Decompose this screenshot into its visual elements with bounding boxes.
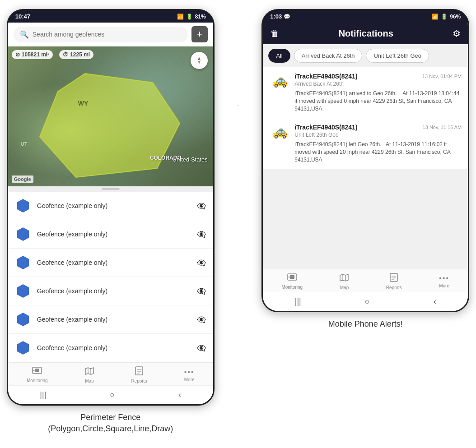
delete-icon[interactable]: 🗑 <box>270 28 279 39</box>
geofence-icon <box>15 283 31 299</box>
geofence-label: Geofence (example only) <box>37 287 191 295</box>
notif2-header: 🚕 iTrackEF4940S(8241) 13 Nov, 11:16 AM U… <box>269 124 462 139</box>
nav2-reports[interactable]: Reports <box>386 273 402 290</box>
search-container[interactable]: 🔍 <box>14 27 188 42</box>
map-compass-button[interactable] <box>191 52 208 69</box>
android2-recent-btn[interactable]: ||| <box>295 297 301 306</box>
notif1-device: iTrackEF4940S(8241) <box>294 73 357 80</box>
phone1-body: 🔍 + ⊘ 105821 mi² ⏱ <box>8 23 213 404</box>
visibility-icon[interactable]: 👁️‍🗨️ <box>197 344 206 352</box>
svg-marker-5 <box>17 256 29 269</box>
geofence-icon <box>15 312 31 327</box>
notif1-header: 🚕 iTrackEF4940S(8241) 13 Nov, 01:04 PM A… <box>269 73 462 88</box>
list-item[interactable]: Geofence (example only) 👁️‍🗨️ <box>8 220 213 249</box>
android-recent-btn[interactable]: ||| <box>40 390 46 400</box>
phone2-status-bar: 1:03 💬 📶 🔋 96% <box>263 10 468 23</box>
filter-tab-all[interactable]: All <box>268 49 290 63</box>
visibility-icon[interactable]: 👁️‍🗨️ <box>197 230 206 239</box>
list-item[interactable]: Geofence (example only) 👁️‍🗨️ <box>8 249 213 277</box>
phone2-android-nav: ||| ○ ‹ <box>263 292 468 311</box>
monitoring-icon <box>32 367 42 377</box>
svg-marker-2 <box>198 60 201 64</box>
nav-map-label: Map <box>85 379 93 383</box>
list-item[interactable]: Geofence (example only) 👁️‍🗨️ <box>8 192 213 220</box>
android2-back-btn[interactable]: ‹ <box>434 297 436 306</box>
phone1-status-bar: 10:47 📶 🔋 81% <box>8 10 213 23</box>
notif2-event: Unit Left 26th Geo <box>294 132 462 138</box>
notif1-event: Arrived Back At 26th <box>294 81 462 87</box>
geofence-icon <box>15 255 31 270</box>
android-home-btn[interactable]: ○ <box>110 390 115 400</box>
settings-icon[interactable]: ⚙ <box>453 28 461 39</box>
nav-more-label: More <box>184 377 195 382</box>
notif1-top: iTrackEF4940S(8241) 13 Nov, 01:04 PM <box>294 73 462 80</box>
area-icon: ⊘ <box>15 51 20 58</box>
chat-icon: 💬 <box>284 14 290 20</box>
notif-empty-area <box>263 170 468 269</box>
caption-right: Mobile Phone Alerts! <box>328 319 403 328</box>
notif2-device: iTrackEF4940S(8241) <box>294 124 357 131</box>
notif1-time: 13 Nov, 01:04 PM <box>422 74 462 79</box>
phone2-container: 1:03 💬 📶 🔋 96% 🗑 Notifications ⚙ <box>261 9 469 330</box>
visibility-icon[interactable]: 👁️‍🗨️ <box>197 202 206 210</box>
add-geofence-button[interactable]: + <box>191 26 208 42</box>
nav-monitoring-label: Monitoring <box>27 378 48 383</box>
map-info-bar: ⊘ 105821 mi² ⏱ 1225 mi <box>12 50 93 59</box>
notifications-list: 🚕 iTrackEF4940S(8241) 13 Nov, 01:04 PM A… <box>263 67 468 170</box>
visibility-icon[interactable]: 👁️‍🗨️ <box>197 259 206 267</box>
phone1-bottom-nav: Monitoring Map Reports <box>8 362 213 385</box>
timer-icon: ⏱ <box>63 51 68 58</box>
phone2-status-left: 1:03 💬 <box>270 13 290 20</box>
nav-monitoring[interactable]: Monitoring <box>27 367 48 383</box>
notif2-time: 13 Nov, 11:16 AM <box>423 125 462 130</box>
geofence-list: Geofence (example only) 👁️‍🗨️ Geofence (… <box>8 192 213 362</box>
nav2-more[interactable]: ••• More <box>439 274 449 288</box>
phone1-caption: Perimeter Fence (Polygon,Circle,Square,L… <box>48 412 173 434</box>
notification-item[interactable]: 🚕 iTrackEF4940S(8241) 13 Nov, 01:04 PM A… <box>263 67 468 118</box>
nav2-monitoring-label: Monitoring <box>281 285 303 290</box>
geofence-icon <box>15 226 31 242</box>
svg-rect-23 <box>390 273 397 282</box>
svg-rect-10 <box>35 369 39 372</box>
phone2-status-right: 📶 🔋 96% <box>432 14 461 20</box>
android-back-btn[interactable]: ‹ <box>178 390 181 400</box>
car-icon: 🚕 <box>269 124 290 139</box>
svg-point-20 <box>288 276 289 277</box>
visibility-icon[interactable]: 👁️‍🗨️ <box>197 287 206 296</box>
battery-icon: 🔋 <box>186 14 193 20</box>
notifications-title: Notifications <box>286 28 445 39</box>
search-icon: 🔍 <box>20 30 29 39</box>
map-area: ⊘ 105821 mi² ⏱ 1225 mi WY COL <box>8 46 213 186</box>
nav2-monitoring[interactable]: Monitoring <box>281 273 303 290</box>
svg-marker-7 <box>17 313 29 326</box>
filter-tab-arrived[interactable]: Arrived Back At 26th <box>294 49 363 63</box>
list-item[interactable]: Geofence (example only) 👁️‍🗨️ <box>8 334 213 362</box>
map-distance-stat: ⏱ 1225 mi <box>59 50 93 59</box>
list-item[interactable]: Geofence (example only) 👁️‍🗨️ <box>8 305 213 334</box>
svg-rect-14 <box>135 367 143 375</box>
nav-map[interactable]: Map <box>85 366 94 383</box>
notif2-body: iTrackEF4940S(8241) left Geo 26th. At 11… <box>269 141 462 163</box>
notif1-body: iTrackEF4940S(8241) arrived to Geo 26th.… <box>269 90 462 112</box>
nav2-map[interactable]: Map <box>340 273 349 290</box>
notification-item[interactable]: 🚕 iTrackEF4940S(8241) 13 Nov, 11:16 AM U… <box>263 118 468 169</box>
search-input[interactable] <box>33 31 182 38</box>
list-item[interactable]: Geofence (example only) 👁️‍🗨️ <box>8 277 213 305</box>
phone1-status-right: 📶 🔋 81% <box>177 14 206 20</box>
nav-reports[interactable]: Reports <box>131 366 147 383</box>
phone1: 10:47 📶 🔋 81% 🔍 + <box>7 9 215 406</box>
monitoring2-icon <box>287 273 297 284</box>
scroll-indicator <box>8 186 213 192</box>
svg-point-11 <box>33 370 35 371</box>
nav-more[interactable]: ••• More <box>184 368 195 382</box>
phone2-caption: Mobile Phone Alerts! <box>328 319 403 330</box>
filter-tab-left[interactable]: Unit Left 26th Geo <box>366 49 429 63</box>
phone1-time: 10:47 <box>15 13 30 20</box>
android2-home-btn[interactable]: ○ <box>365 297 370 306</box>
svg-marker-8 <box>17 341 29 355</box>
visibility-icon[interactable]: 👁️‍🗨️ <box>197 315 206 324</box>
geofence-label: Geofence (example only) <box>37 344 191 351</box>
map-distance-value: 1225 mi <box>70 51 90 58</box>
car-icon: 🚕 <box>269 73 290 88</box>
nav-reports-label: Reports <box>131 379 147 383</box>
